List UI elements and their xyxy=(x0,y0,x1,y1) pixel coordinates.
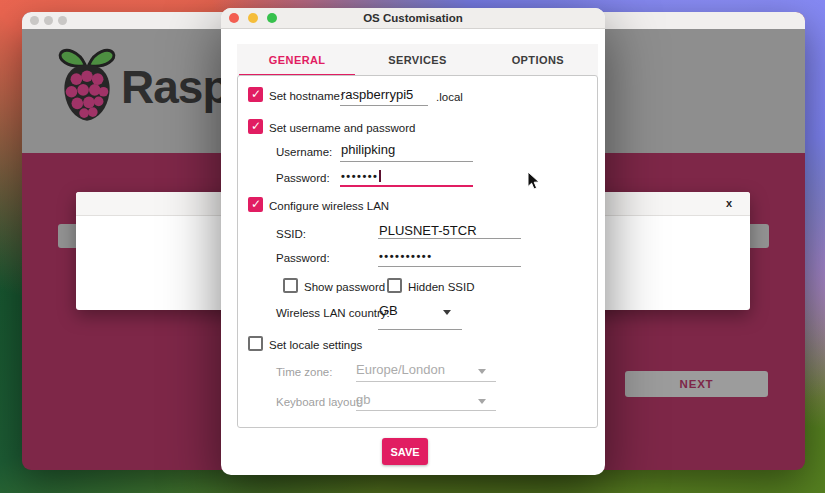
wifi-password-underline xyxy=(378,266,521,267)
wifi-password-input[interactable]: •••••••••• xyxy=(379,250,433,262)
hostname-suffix-label: .local xyxy=(436,91,463,103)
set-locale-checkbox[interactable] xyxy=(248,336,263,351)
inactive-minimize-icon[interactable] xyxy=(44,16,53,25)
set-user-password-label: Set username and password xyxy=(269,122,415,134)
chevron-down-icon[interactable] xyxy=(443,310,451,315)
hidden-ssid-checkbox[interactable] xyxy=(387,278,402,293)
tab-options[interactable]: OPTIONS xyxy=(478,44,598,76)
username-label: Username: xyxy=(276,146,332,158)
mouse-cursor-icon xyxy=(527,171,540,194)
hidden-ssid-label: Hidden SSID xyxy=(408,281,474,293)
show-password-label: Show password xyxy=(304,281,385,293)
password-label: Password: xyxy=(276,172,330,184)
brand-title: Rasp xyxy=(121,60,229,114)
password-underline-focused xyxy=(340,185,473,187)
timezone-underline xyxy=(356,381,496,382)
keyboard-select: gb xyxy=(356,392,370,407)
chevron-down-icon xyxy=(478,399,486,404)
inactive-zoom-icon[interactable] xyxy=(58,16,67,25)
hostname-underline xyxy=(340,105,428,106)
set-hostname-label: Set hostname: xyxy=(269,90,343,102)
country-label: Wireless LAN country: xyxy=(276,307,390,319)
username-underline xyxy=(340,161,473,162)
configure-wireless-label: Configure wireless LAN xyxy=(269,200,389,212)
timezone-label: Time zone: xyxy=(276,366,332,378)
set-hostname-checkbox[interactable] xyxy=(248,87,263,102)
close-icon[interactable]: x xyxy=(726,197,732,209)
set-user-password-checkbox[interactable] xyxy=(248,119,263,134)
chevron-down-icon xyxy=(478,369,486,374)
inactive-close-icon[interactable] xyxy=(30,16,39,25)
raspberry-pi-logo-icon xyxy=(56,44,118,128)
hostname-input[interactable]: raspberrypi5 xyxy=(341,87,413,102)
dialog-title: OS Customisation xyxy=(221,12,605,24)
country-underline xyxy=(378,329,462,330)
dialog-titlebar[interactable]: OS Customisation xyxy=(221,8,605,29)
save-button[interactable]: SAVE xyxy=(382,438,428,465)
show-password-checkbox[interactable] xyxy=(283,278,298,293)
username-input[interactable]: philipking xyxy=(341,142,395,157)
keyboard-label: Keyboard layout: xyxy=(276,396,362,408)
tab-bar: GENERAL SERVICES OPTIONS xyxy=(237,44,598,76)
password-input[interactable]: ••••••• xyxy=(341,170,381,182)
ssid-underline xyxy=(378,238,521,239)
set-locale-label: Set locale settings xyxy=(269,339,362,351)
country-select[interactable]: GB xyxy=(379,303,398,318)
timezone-select: Europe/London xyxy=(356,362,445,377)
ssid-input[interactable]: PLUSNET-5TCR xyxy=(379,223,477,238)
tab-services[interactable]: SERVICES xyxy=(357,44,477,76)
wifi-password-label: Password: xyxy=(276,252,330,264)
next-button[interactable]: NEXT xyxy=(625,371,768,397)
general-settings-panel: Set hostname: raspberrypi5 .local Set us… xyxy=(237,75,598,428)
ssid-label: SSID: xyxy=(276,228,306,240)
os-customisation-dialog: OS Customisation GENERAL SERVICES OPTION… xyxy=(221,8,605,475)
tab-general[interactable]: GENERAL xyxy=(237,44,357,76)
keyboard-underline xyxy=(356,410,496,411)
configure-wireless-checkbox[interactable] xyxy=(248,197,263,212)
text-caret xyxy=(379,170,381,182)
